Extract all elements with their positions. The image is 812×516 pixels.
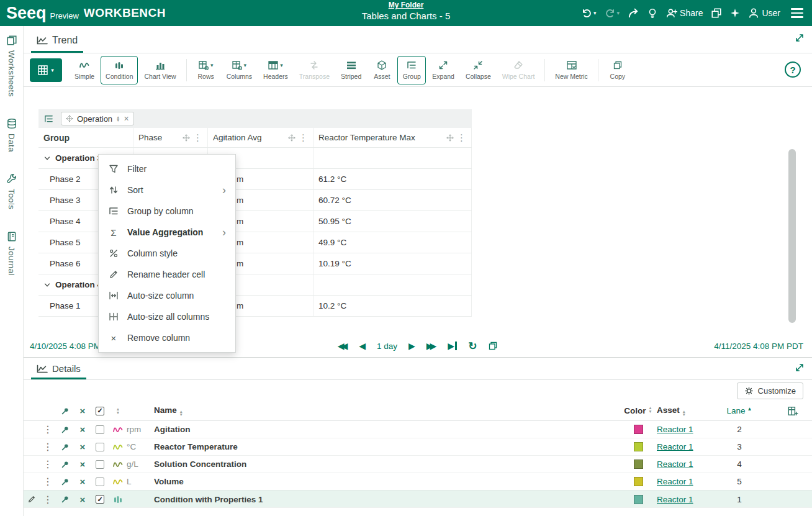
- forward-button[interactable]: [628, 7, 639, 19]
- sidebar-item-tools[interactable]: Tools: [6, 173, 17, 210]
- item-name[interactable]: Condition with Properties 1: [154, 495, 620, 504]
- move-handle-icon[interactable]: [183, 134, 190, 142]
- expand-details-panel-icon[interactable]: [795, 363, 805, 373]
- item-name[interactable]: Reactor Temperature: [154, 442, 620, 451]
- asset-link[interactable]: Reactor 1: [657, 477, 693, 486]
- vertical-scrollbar[interactable]: [788, 149, 796, 323]
- collapse-chevron-icon[interactable]: [43, 155, 51, 162]
- user-menu-button[interactable]: User: [748, 7, 780, 19]
- share-button[interactable]: Share: [666, 7, 703, 19]
- item-name[interactable]: Volume: [154, 477, 620, 486]
- asset-link[interactable]: Reactor 1: [657, 459, 693, 469]
- item-name[interactable]: Solution Concentration: [154, 459, 620, 469]
- toolbar-button-condition[interactable]: Condition: [101, 56, 138, 84]
- select-all-checkbox[interactable]: ✓: [96, 407, 104, 415]
- toolbar-button-chart-view[interactable]: Chart View: [139, 56, 181, 84]
- table-type-dropdown[interactable]: ▾: [30, 58, 62, 82]
- toolbar-button-copy[interactable]: Copy: [603, 56, 632, 84]
- breadcrumb-folder-link[interactable]: My Folder: [362, 1, 451, 9]
- row-menu-icon[interactable]: ⋮: [40, 476, 56, 487]
- remove-icon[interactable]: ×: [74, 459, 91, 469]
- sort-icon[interactable]: ▲▼: [179, 410, 183, 417]
- menu-item-value-aggregation[interactable]: Σ Value Aggregation ›: [99, 222, 235, 243]
- step-back-full-icon[interactable]: ◀◀: [338, 341, 348, 351]
- color-swatch[interactable]: [634, 459, 643, 469]
- column-header-asset[interactable]: Asset ▲▼: [657, 405, 721, 417]
- pin-icon[interactable]: [56, 407, 74, 415]
- row-menu-icon[interactable]: ⋮: [40, 458, 56, 470]
- column-header-reactor-temp-max[interactable]: Reactor Temperature Max ⋮: [314, 128, 472, 147]
- redo-caret-icon[interactable]: ▾: [617, 10, 620, 16]
- worksheets-panel-button[interactable]: [711, 7, 722, 19]
- undo-caret-icon[interactable]: ▾: [593, 10, 597, 16]
- remove-icon[interactable]: ×: [74, 476, 91, 487]
- toolbar-button-striped[interactable]: Striped: [336, 56, 366, 84]
- hamburger-menu-icon[interactable]: [791, 8, 803, 18]
- menu-item-auto-size-all-columns[interactable]: Auto-size all columns: [99, 306, 235, 327]
- column-header-lane[interactable]: Lane▲: [721, 406, 757, 415]
- row-checkbox[interactable]: [96, 425, 104, 434]
- row-menu-icon[interactable]: ⋮: [40, 441, 56, 453]
- sort-toggle-icon[interactable]: ▲▼: [116, 115, 120, 122]
- pin-icon[interactable]: [56, 495, 74, 504]
- help-button[interactable]: ?: [785, 61, 801, 78]
- color-swatch[interactable]: [634, 425, 643, 434]
- remove-all-icon[interactable]: ×: [74, 405, 91, 416]
- menu-item-group-by-column[interactable]: Group by column: [99, 201, 235, 222]
- step-forward-full-icon[interactable]: ▶▶: [426, 341, 437, 351]
- toolbar-button-headers[interactable]: ▾ Headers: [258, 56, 293, 84]
- group-chip-operation[interactable]: Operation ▲▼ ×: [61, 112, 134, 125]
- toolbar-button-collapse[interactable]: Collapse: [461, 56, 496, 84]
- step-back-icon[interactable]: ◀: [359, 341, 366, 351]
- remove-icon[interactable]: ×: [74, 424, 91, 435]
- menu-item-remove-column[interactable]: × Remove column: [99, 327, 235, 348]
- asset-link[interactable]: Reactor 1: [657, 495, 693, 504]
- toolbar-button-group[interactable]: Group: [397, 56, 426, 84]
- column-header-group[interactable]: Group: [38, 128, 133, 147]
- sidebar-item-journal[interactable]: Journal: [6, 231, 17, 276]
- row-menu-icon[interactable]: ⋮: [40, 494, 56, 505]
- column-header-agitation-avg[interactable]: Agitation Avg ⋮: [208, 128, 314, 147]
- color-swatch[interactable]: [634, 495, 643, 504]
- sort-icon[interactable]: ▲▼: [648, 406, 652, 415]
- remove-icon[interactable]: ×: [74, 441, 91, 452]
- column-menu-icon[interactable]: ⋮: [193, 132, 202, 143]
- column-header-color[interactable]: Color ▲▼: [620, 406, 657, 415]
- pin-icon[interactable]: [56, 443, 74, 451]
- expand-trend-panel-icon[interactable]: [795, 33, 805, 43]
- toolbar-button-rows[interactable]: ▾ Rows: [192, 56, 220, 84]
- pin-icon[interactable]: [56, 478, 74, 486]
- detail-row-agitation[interactable]: ⋮ × rpm Agitation Reactor 1 2: [24, 421, 812, 438]
- sort-type-icon[interactable]: ▲▼: [116, 407, 120, 414]
- row-checkbox[interactable]: [96, 443, 104, 451]
- ai-assistant-button[interactable]: [730, 8, 740, 18]
- tab-details[interactable]: Details: [31, 360, 86, 379]
- menu-item-auto-size-column[interactable]: Auto-size column: [99, 285, 235, 306]
- detail-row-reactor-temperature[interactable]: ⋮ × °C Reactor Temperature Reactor 1 3: [24, 438, 812, 456]
- menu-item-column-style[interactable]: Column style: [99, 243, 235, 264]
- asset-link[interactable]: Reactor 1: [657, 425, 693, 434]
- move-handle-icon[interactable]: [66, 115, 73, 122]
- row-checkbox[interactable]: [96, 460, 104, 469]
- detail-row-condition-with-properties[interactable]: ⋮ × ✓ Condition with Properties 1 Reacto…: [24, 491, 812, 508]
- move-handle-icon[interactable]: [446, 134, 454, 142]
- detail-row-volume[interactable]: ⋮ × L Volume Reactor 1 5: [24, 473, 812, 491]
- customize-button[interactable]: Customize: [737, 382, 803, 399]
- sidebar-item-worksheets[interactable]: Worksheets: [6, 35, 17, 97]
- menu-item-filter[interactable]: Filter: [99, 158, 235, 179]
- row-checkbox[interactable]: [96, 478, 104, 486]
- color-swatch[interactable]: [634, 442, 643, 451]
- column-menu-icon[interactable]: ⋮: [299, 132, 308, 143]
- toolbar-button-simple[interactable]: Simple: [70, 56, 99, 84]
- remove-icon[interactable]: ×: [74, 494, 91, 505]
- pin-icon[interactable]: [56, 425, 74, 434]
- skip-to-now-icon[interactable]: ▶: [448, 342, 457, 350]
- step-forward-icon[interactable]: ▶: [408, 341, 415, 351]
- add-column-icon[interactable]: [757, 405, 812, 417]
- range-end-label[interactable]: 4/11/2025 4:08 PM PDT: [714, 342, 803, 351]
- remove-group-icon[interactable]: ×: [124, 114, 129, 124]
- column-header-phase[interactable]: Phase ⋮: [133, 128, 208, 147]
- tab-trend[interactable]: Trend: [31, 30, 83, 53]
- refresh-icon[interactable]: ↻: [468, 340, 477, 353]
- menu-item-sort[interactable]: Sort ›: [99, 179, 235, 201]
